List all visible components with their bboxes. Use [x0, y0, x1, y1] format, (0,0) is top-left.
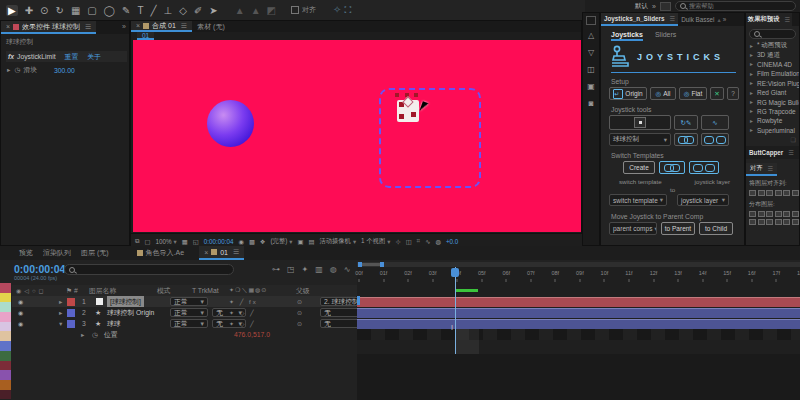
workspace-overflow-icon[interactable]: »	[652, 3, 656, 10]
distribute-option-icon[interactable]	[775, 211, 782, 217]
tab-duik-bassel[interactable]: Duik Bassel	[678, 13, 717, 26]
distribute-option-icon[interactable]	[775, 219, 782, 225]
align-option-icon[interactable]	[758, 190, 765, 196]
layer-duration-bar[interactable]	[357, 297, 800, 307]
distribute-option-icon[interactable]	[749, 219, 756, 225]
effects-search-box[interactable]	[749, 29, 796, 39]
transparency-grid-icon[interactable]: ▤	[308, 238, 314, 245]
distribute-option-icon[interactable]	[792, 219, 799, 225]
expand-arrow-icon[interactable]: ►	[58, 296, 63, 307]
shy-icon[interactable]: ✦	[302, 265, 309, 274]
to-parent-button[interactable]: to Parent	[661, 222, 695, 235]
help-button[interactable]: ?	[727, 87, 739, 100]
expand-triangle-icon[interactable]: ►	[749, 61, 754, 67]
tab-joysticks-n-sliders[interactable]: Joysticks_n_Sliders ☰	[601, 13, 678, 26]
clone-stamp-tool[interactable]: ⊥	[164, 5, 173, 16]
tab-close-icon[interactable]: ×	[6, 23, 10, 30]
distribute-option-icon[interactable]	[758, 219, 765, 225]
label-color-swatch[interactable]	[0, 361, 11, 371]
stopwatch-icon[interactable]: ◷	[92, 329, 98, 340]
expand-arrow-icon[interactable]: ►	[80, 329, 85, 340]
expand-triangle-icon[interactable]: ►	[749, 99, 754, 105]
layer-switches[interactable]: ✦ ◇ ╱	[229, 307, 256, 318]
layer-name[interactable]: 球球控制 Origin	[107, 307, 154, 318]
new-folder-icon[interactable]: ❏	[791, 137, 796, 143]
comp-flowchart-icon[interactable]: ⊶	[272, 265, 280, 274]
camera-select[interactable]: 活动摄像机▾	[319, 237, 356, 246]
type-tool[interactable]: T	[137, 5, 143, 16]
current-timecode[interactable]: 0:00:00:04	[14, 263, 65, 275]
shared-view-icon[interactable]: ✧ ⛚	[333, 4, 351, 16]
tab-effect-controls[interactable]: × 效果控件 球球控制 ☰	[1, 21, 96, 34]
playhead-handle[interactable]	[451, 268, 459, 277]
label-color-swatch[interactable]	[0, 370, 11, 380]
unlink-template-button[interactable]	[689, 161, 719, 174]
sliders-inner-tab[interactable]: Sliders	[655, 31, 676, 41]
label-color-swatch[interactable]	[0, 312, 11, 322]
joystick-layer-select[interactable]: 球球控制▾	[609, 133, 671, 146]
pen-tool[interactable]: ✎	[122, 5, 130, 16]
panel-menu-icon[interactable]: ☰	[784, 16, 790, 23]
brush-tool[interactable]: ╱	[150, 5, 156, 16]
create-joystick-button[interactable]: ↻✎	[674, 115, 698, 130]
tab-render-queue[interactable]: 渲染队列	[38, 246, 76, 260]
expand-triangle-icon[interactable]: ►	[749, 43, 754, 49]
tab-overflow-icon[interactable]: »	[119, 21, 129, 34]
panel-menu-icon[interactable]: ☰	[85, 23, 91, 31]
align-option-icon[interactable]	[766, 190, 773, 196]
label-color-swatch[interactable]	[0, 380, 11, 390]
distribute-option-icon[interactable]	[783, 211, 790, 217]
link-template-button[interactable]	[659, 161, 685, 174]
puppet-pin-tool[interactable]: ➤	[209, 5, 217, 16]
expand-triangle-icon[interactable]: ►	[749, 118, 754, 124]
expand-triangle-icon[interactable]: ►	[749, 80, 754, 86]
effects-preset-item[interactable]: ►RG Magic Bullet	[749, 97, 799, 106]
tab-effects-presets[interactable]: 效果和预设 ☰	[746, 13, 792, 26]
eye-toggle[interactable]: ◉	[18, 318, 23, 329]
distribute-option-icon[interactable]	[758, 211, 765, 217]
target-icon[interactable]: ◙	[589, 99, 594, 108]
tab-close-icon[interactable]: ×	[204, 249, 208, 256]
workspace-selector[interactable]: 默认	[635, 2, 648, 11]
tab-composition[interactable]: × 合成 01 ☰	[131, 21, 192, 32]
layer-label-swatch[interactable]	[67, 320, 75, 328]
down-triangle-icon[interactable]: ▽	[588, 48, 594, 57]
effects-preset-item[interactable]: ►3D 通道	[749, 50, 799, 59]
align-option-icon[interactable]	[783, 190, 790, 196]
layer-duration-bar[interactable]	[357, 308, 800, 318]
monitor-icon[interactable]: ⧉	[135, 237, 140, 245]
tab-project-comp[interactable]: 角色导入.Ae	[132, 246, 190, 260]
tab-buttcapper[interactable]: ButtCapper ☰	[746, 146, 797, 159]
panel-menu-icon[interactable]: ☰	[788, 149, 794, 156]
distribute-option-icon[interactable]	[792, 211, 799, 217]
expand-triangle-icon[interactable]: ►	[749, 108, 754, 114]
pixel-aspect-icon[interactable]: ⊹	[395, 238, 400, 245]
mode-select[interactable]: 正常▾	[170, 308, 208, 317]
effects-preset-item[interactable]: ►* 动画预设	[749, 41, 799, 50]
effects-preset-item[interactable]: ►Film Emulation	[749, 69, 799, 78]
eye-toggle[interactable]: ◉	[18, 307, 23, 318]
label-color-swatch[interactable]	[0, 322, 11, 332]
joystick-preview-box[interactable]	[609, 115, 671, 130]
layer-switches[interactable]: ✦ ╱ fx	[229, 296, 258, 307]
layer-switches[interactable]: ✦ ◇ ╱	[229, 318, 256, 329]
zoom-tool[interactable]: ⊙	[40, 5, 48, 16]
label-color-swatch[interactable]	[0, 341, 11, 351]
show-snapshot-icon[interactable]: ▩	[249, 238, 255, 245]
tab-align[interactable]: 对齐 ☰	[746, 163, 777, 176]
joystick-selection-box[interactable]	[379, 88, 481, 188]
view-layout-select[interactable]: 1 个视图▾	[361, 237, 390, 246]
rotate-tool[interactable]: ↻	[55, 5, 63, 16]
exposure-icon[interactable]: ◍	[435, 238, 441, 245]
pan-behind-tool[interactable]: ▢	[87, 5, 96, 16]
in-point-marker[interactable]	[357, 296, 360, 305]
selection-tool[interactable]: ▶	[6, 5, 18, 16]
handle-icon[interactable]	[411, 112, 416, 117]
mode-header[interactable]: 模式	[157, 285, 171, 296]
roi-icon[interactable]: ▣	[297, 238, 303, 245]
expand-triangle-icon[interactable]: ►	[749, 127, 754, 133]
playhead-line[interactable]	[455, 267, 456, 354]
panel-menu-icon[interactable]: ☰	[181, 22, 187, 30]
frame-icon[interactable]: ▣	[587, 82, 595, 91]
tab-extra-icon[interactable]: ▴	[717, 16, 720, 23]
